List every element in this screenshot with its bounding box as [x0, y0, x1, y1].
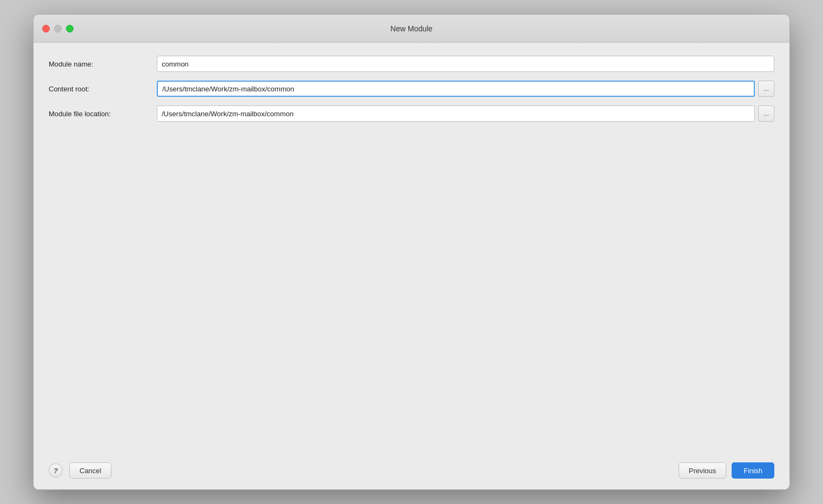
title-bar: New Module	[34, 15, 789, 43]
module-file-location-input-wrap: ...	[157, 105, 774, 122]
content-root-row: Content root: ...	[49, 81, 774, 97]
form-area: Module name: Content root: ... Module fi…	[49, 56, 774, 456]
module-name-row: Module name:	[49, 56, 774, 72]
module-name-input-wrap	[157, 56, 774, 72]
module-file-location-label: Module file location:	[49, 110, 157, 118]
cancel-button[interactable]: Cancel	[69, 462, 111, 479]
module-file-location-input[interactable]	[157, 105, 755, 122]
finish-button[interactable]: Finish	[732, 462, 774, 479]
module-file-location-row: Module file location: ...	[49, 105, 774, 122]
new-module-dialog: New Module Module name: Content root: ..…	[33, 14, 790, 490]
maximize-button[interactable]	[66, 25, 74, 32]
minimize-button[interactable]	[54, 25, 62, 32]
content-root-browse-button[interactable]: ...	[758, 81, 774, 97]
footer-left: ? Cancel	[49, 462, 111, 479]
close-button[interactable]	[42, 25, 50, 32]
module-file-location-browse-button[interactable]: ...	[758, 105, 774, 122]
footer: ? Cancel Previous Finish	[49, 456, 774, 481]
footer-right: Previous Finish	[679, 462, 774, 479]
dialog-content: Module name: Content root: ... Module fi…	[34, 43, 789, 489]
dialog-title: New Module	[390, 24, 433, 33]
help-button[interactable]: ?	[49, 463, 63, 478]
content-root-input-wrap: ...	[157, 81, 774, 97]
module-name-input[interactable]	[157, 56, 774, 72]
previous-button[interactable]: Previous	[679, 462, 727, 479]
window-controls	[42, 25, 74, 32]
content-root-label: Content root:	[49, 85, 157, 93]
content-root-input[interactable]	[157, 81, 755, 97]
module-name-label: Module name:	[49, 60, 157, 68]
